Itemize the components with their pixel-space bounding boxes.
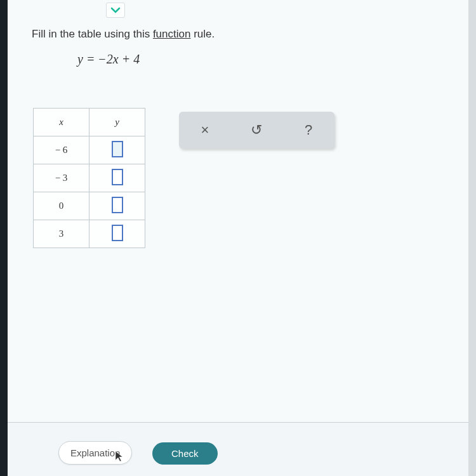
cursor-icon — [114, 450, 124, 465]
y-input[interactable] — [112, 225, 123, 241]
x-cell: − 6 — [34, 136, 89, 164]
footer-bar: Explanation Check — [8, 422, 468, 476]
header-x: x — [34, 109, 89, 136]
y-input[interactable] — [112, 169, 123, 185]
expand-toggle[interactable] — [106, 3, 125, 18]
undo-button[interactable]: ↺ — [244, 122, 269, 138]
exercise-panel: Fill in the table using this function ru… — [8, 0, 468, 476]
y-cell — [89, 220, 145, 248]
question-icon: ? — [305, 122, 312, 138]
table-row: 3 — [34, 220, 145, 248]
instruction-suffix: rule. — [190, 28, 215, 40]
table-header-row: x y — [34, 109, 145, 136]
x-icon: × — [201, 122, 209, 138]
table-row: − 6 — [34, 136, 145, 164]
x-cell: − 3 — [34, 164, 89, 192]
window-left-border — [0, 0, 8, 476]
chevron-down-icon — [110, 5, 121, 15]
instruction-prefix: Fill in the table using this — [32, 28, 153, 40]
input-toolbar: × ↺ ? — [179, 112, 334, 149]
x-cell: 0 — [34, 192, 89, 220]
clear-button[interactable]: × — [192, 122, 218, 138]
y-cell — [89, 136, 145, 164]
check-button[interactable]: Check — [152, 442, 218, 465]
table-row: 0 — [34, 192, 145, 220]
y-input[interactable] — [112, 197, 123, 213]
y-cell — [89, 164, 145, 192]
y-input[interactable] — [112, 141, 123, 157]
table-row: − 3 — [34, 164, 145, 192]
instruction-text: Fill in the table using this function ru… — [32, 28, 215, 41]
x-cell: 3 — [34, 220, 89, 248]
y-cell — [89, 192, 145, 220]
help-button[interactable]: ? — [296, 122, 321, 138]
undo-icon: ↺ — [251, 122, 262, 138]
header-y: y — [89, 109, 145, 136]
function-table: x y − 6 − 3 0 3 — [33, 108, 145, 248]
function-link[interactable]: function — [153, 28, 191, 40]
equation-display: y = −2x + 4 — [77, 52, 140, 67]
